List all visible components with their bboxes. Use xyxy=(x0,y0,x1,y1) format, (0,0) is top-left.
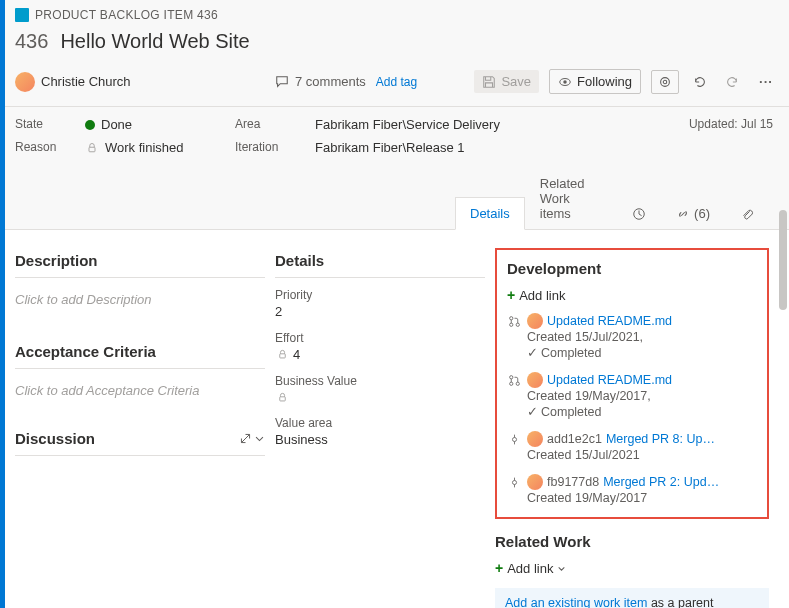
dev-item-status: Completed xyxy=(541,346,601,360)
avatar xyxy=(527,474,543,490)
svg-point-1 xyxy=(563,80,567,84)
refresh-button[interactable] xyxy=(689,71,711,93)
avatar xyxy=(527,313,543,329)
svg-point-15 xyxy=(512,480,516,484)
tab-details[interactable]: Details xyxy=(455,197,525,230)
commit-hash: fb9177d8 xyxy=(547,475,599,489)
refresh-icon xyxy=(693,75,707,89)
assignee-picker[interactable]: Christie Church xyxy=(15,72,195,92)
area-label: Area xyxy=(235,117,295,132)
eye-icon xyxy=(558,75,572,89)
dev-item-title[interactable]: Merged PR 2: Upd… xyxy=(603,475,719,489)
tab-links[interactable]: (6) xyxy=(661,197,725,229)
add-parent-suffix: as a parent xyxy=(647,596,713,608)
avatar xyxy=(527,431,543,447)
more-actions-button[interactable]: ··· xyxy=(753,71,779,93)
svg-rect-4 xyxy=(89,147,95,152)
state-picker[interactable]: Done xyxy=(85,117,215,132)
reason-value: Work finished xyxy=(105,140,184,155)
tab-history[interactable] xyxy=(617,198,661,229)
ellipsis-icon: ··· xyxy=(759,75,773,89)
iteration-label: Iteration xyxy=(235,140,295,155)
related-work-heading: Related Work xyxy=(495,533,769,550)
effort-value-text: 4 xyxy=(293,347,300,362)
effort-value[interactable]: 4 xyxy=(275,345,485,368)
development-item[interactable]: fb9177d8 Merged PR 2: Upd… Created 19/Ma… xyxy=(507,474,757,505)
tab-attachments[interactable] xyxy=(725,198,769,229)
chevron-down-icon[interactable] xyxy=(254,433,265,444)
pull-request-icon xyxy=(508,315,521,328)
assignee-name: Christie Church xyxy=(41,74,131,89)
svg-point-9 xyxy=(509,323,512,326)
comment-icon xyxy=(275,75,289,89)
plus-icon: + xyxy=(495,560,503,576)
lock-icon xyxy=(275,348,289,362)
history-icon xyxy=(632,207,646,221)
add-tag-button[interactable]: Add tag xyxy=(376,75,417,89)
link-icon xyxy=(676,207,690,221)
scrollbar[interactable] xyxy=(779,210,787,310)
dev-item-created: Created 15/Jul/2021 xyxy=(527,448,757,462)
expand-icon[interactable] xyxy=(239,432,252,445)
revert-button[interactable] xyxy=(721,71,743,93)
updated-label: Updated: Jul 15 xyxy=(689,117,779,132)
save-icon xyxy=(482,75,496,89)
work-item-type-label: PRODUCT BACKLOG ITEM 436 xyxy=(35,8,218,22)
reason-picker[interactable]: Work finished xyxy=(85,140,215,155)
development-item[interactable]: Updated README.md Created 19/May/2017, ✓… xyxy=(507,372,757,419)
tab-details-label: Details xyxy=(470,206,510,221)
state-label: State xyxy=(15,117,65,132)
svg-point-3 xyxy=(663,80,667,84)
svg-rect-7 xyxy=(279,396,285,400)
svg-point-11 xyxy=(509,376,512,379)
dev-item-title[interactable]: Updated README.md xyxy=(547,314,672,328)
settings-button[interactable] xyxy=(651,70,679,94)
avatar xyxy=(527,372,543,388)
value-area-value[interactable]: Business xyxy=(275,430,485,453)
commit-icon xyxy=(508,476,521,489)
add-parent-link[interactable]: Add an existing work item xyxy=(505,596,647,608)
reason-label: Reason xyxy=(15,140,65,155)
links-count: (6) xyxy=(694,206,710,221)
avatar xyxy=(15,72,35,92)
description-placeholder[interactable]: Click to add Description xyxy=(15,288,265,311)
area-value[interactable]: Fabrikam Fiber\Service Delivery xyxy=(315,117,669,132)
chevron-down-icon xyxy=(557,564,566,573)
pull-request-icon xyxy=(508,374,521,387)
add-parent-bar[interactable]: Add an existing work item as a parent xyxy=(495,588,769,608)
iteration-value[interactable]: Fabrikam Fiber\Release 1 xyxy=(315,140,779,155)
check-icon: ✓ xyxy=(527,345,538,360)
development-item[interactable]: Updated README.md Created 15/Jul/2021, ✓… xyxy=(507,313,757,360)
svg-rect-6 xyxy=(279,354,285,358)
check-icon: ✓ xyxy=(527,404,538,419)
dev-item-title[interactable]: Updated README.md xyxy=(547,373,672,387)
priority-label: Priority xyxy=(275,288,485,302)
save-label: Save xyxy=(501,74,531,89)
priority-value[interactable]: 2 xyxy=(275,302,485,325)
tab-related-label: Related Work items xyxy=(540,176,602,221)
acceptance-placeholder[interactable]: Click to add Acceptance Criteria xyxy=(15,379,265,402)
svg-point-13 xyxy=(516,382,519,385)
follow-label: Following xyxy=(577,74,632,89)
dev-item-status: Completed xyxy=(541,405,601,419)
development-item[interactable]: add1e2c1 Merged PR 8: Up… Created 15/Jul… xyxy=(507,431,757,462)
attachment-icon xyxy=(740,207,754,221)
business-value-value[interactable] xyxy=(275,388,485,410)
discussion-heading: Discussion xyxy=(15,430,95,447)
svg-point-12 xyxy=(509,382,512,385)
svg-point-10 xyxy=(516,323,519,326)
related-add-link[interactable]: + Add link xyxy=(495,560,769,576)
dev-item-title[interactable]: Merged PR 8: Up… xyxy=(606,432,715,446)
state-value: Done xyxy=(101,117,132,132)
work-item-number: 436 xyxy=(15,30,48,53)
plus-icon: + xyxy=(507,287,515,303)
comments-button[interactable]: 7 comments xyxy=(275,74,366,89)
work-item-title[interactable]: Hello World Web Site xyxy=(60,30,249,53)
development-add-link[interactable]: + Add link xyxy=(507,287,757,303)
follow-button[interactable]: Following xyxy=(549,69,641,94)
development-section-highlight: Development + Add link Updated README.md… xyxy=(495,248,769,519)
tab-related[interactable]: Related Work items xyxy=(525,167,617,229)
lock-icon xyxy=(275,390,289,404)
commit-hash: add1e2c1 xyxy=(547,432,602,446)
description-heading: Description xyxy=(15,248,265,278)
